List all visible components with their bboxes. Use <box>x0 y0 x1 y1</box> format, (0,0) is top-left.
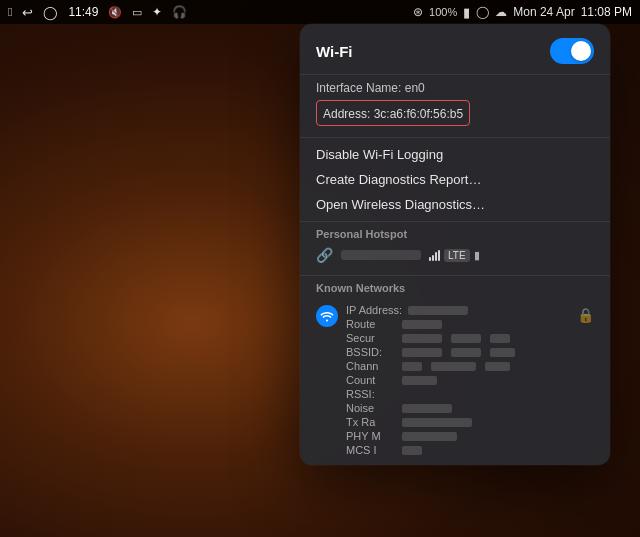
channel-row: Chann <box>346 359 569 373</box>
ip-address-row: IP Address: <box>346 303 569 317</box>
battery-percent: 100% <box>429 6 457 18</box>
bssid-value-3 <box>490 348 515 357</box>
channel-value-2 <box>431 362 476 371</box>
route-value <box>402 320 442 329</box>
network-details: IP Address: Route Secur <box>346 303 569 457</box>
address-box: Address: 3c:a6:f6:0f:56:b5 <box>316 100 470 126</box>
country-row: Count <box>346 373 569 387</box>
wifi-menubar-icon[interactable]: ⊛ <box>413 5 423 19</box>
menubar-clock-left: 11:49 <box>68 5 98 19</box>
noise-label: Noise <box>346 402 396 414</box>
undo-icon[interactable]: ↩ <box>22 5 33 20</box>
bssid-label: BSSID: <box>346 346 396 358</box>
mcs-row: MCS I <box>346 443 569 457</box>
ip-value <box>408 306 468 315</box>
battery-icon: ▮ <box>463 5 470 20</box>
bluetooth-icon[interactable]: ✦ <box>152 5 162 19</box>
txrate-row: Tx Ra <box>346 415 569 429</box>
wifi-header: Wi-Fi <box>300 24 610 75</box>
menubar-time: 11:08 PM <box>581 5 632 19</box>
menubar:  ↩ ◯ 11:49 🔇 ▭ ✦ 🎧 ⊛ 100% ▮ ◯ ☁ <box>0 0 640 24</box>
menubar-right: ⊛ 100% ▮ ◯ ☁ Mon 24 Apr 11:08 PM <box>413 5 632 20</box>
noise-value <box>402 404 452 413</box>
security-value-3 <box>490 334 510 343</box>
hotspot-signal: LTE ▮ <box>429 249 480 262</box>
security-value-2 <box>451 334 481 343</box>
known-network-item[interactable]: IP Address: Route Secur <box>300 297 610 461</box>
channel-value-3 <box>485 362 510 371</box>
hotspot-link-icon: 🔗 <box>316 247 333 263</box>
phy-row: PHY M <box>346 429 569 443</box>
hotspot-section: Personal Hotspot 🔗 LTE ▮ <box>300 222 610 276</box>
hotspot-item[interactable]: 🔗 LTE ▮ <box>300 243 610 267</box>
channel-value-1 <box>402 362 422 371</box>
rssi-row: RSSI: <box>346 387 569 401</box>
hotspot-battery-icon: ▮ <box>474 249 480 262</box>
mute-icon[interactable]: 🔇 <box>108 6 122 19</box>
wifi-title: Wi-Fi <box>316 43 353 60</box>
open-wireless-diagnostics-item[interactable]: Open Wireless Diagnostics… <box>300 192 610 217</box>
lte-badge: LTE <box>444 249 470 262</box>
ip-label: IP Address: <box>346 304 402 316</box>
hotspot-name-blur <box>341 250 421 260</box>
menubar-date: Mon 24 Apr <box>513 5 574 19</box>
headphones-icon[interactable]: 🎧 <box>172 5 187 19</box>
signal-bar-3 <box>435 252 437 261</box>
route-row: Route <box>346 317 569 331</box>
channel-label: Chann <box>346 360 396 372</box>
network-wifi-icon <box>316 305 338 327</box>
phy-value <box>402 432 457 441</box>
toggle-knob <box>571 41 591 61</box>
security-value-1 <box>402 334 442 343</box>
desktop:  ↩ ◯ 11:49 🔇 ▭ ✦ 🎧 ⊛ 100% ▮ ◯ ☁ <box>0 0 640 537</box>
mcs-value <box>402 446 422 455</box>
signal-bar-1 <box>429 257 431 261</box>
hotspot-section-header: Personal Hotspot <box>300 222 610 243</box>
user-icon[interactable]: ◯ <box>476 5 489 19</box>
mcs-label: MCS I <box>346 444 396 456</box>
route-label: Route <box>346 318 396 330</box>
interface-name-row: Interface Name: en0 <box>316 79 594 97</box>
bssid-row: BSSID: <box>346 345 569 359</box>
bssid-value-1 <box>402 348 442 357</box>
create-diagnostics-item[interactable]: Create Diagnostics Report… <box>300 167 610 192</box>
apple-icon[interactable]:  <box>8 5 12 19</box>
display-icon[interactable]: ▭ <box>132 6 142 19</box>
menu-items-section: Disable Wi-Fi Logging Create Diagnostics… <box>300 138 610 222</box>
known-networks-header: Known Networks <box>300 276 610 297</box>
signal-bars <box>429 249 440 261</box>
cloud-icon[interactable]: ☁ <box>495 5 507 19</box>
country-label: Count <box>346 374 396 386</box>
signal-bar-4 <box>438 250 440 261</box>
wifi-panel: Wi-Fi Interface Name: en0 Address: 3c:a6… <box>300 24 610 465</box>
network-lock-icon: 🔒 <box>577 303 594 323</box>
timer-icon[interactable]: ◯ <box>43 5 58 20</box>
rssi-label: RSSI: <box>346 388 396 400</box>
security-row: Secur <box>346 331 569 345</box>
address-value: Address: 3c:a6:f6:0f:56:b5 <box>323 107 463 121</box>
disable-wifi-logging-item[interactable]: Disable Wi-Fi Logging <box>300 142 610 167</box>
txrate-label: Tx Ra <box>346 416 396 428</box>
menubar-left:  ↩ ◯ 11:49 🔇 ▭ ✦ 🎧 <box>8 5 187 20</box>
bssid-value-2 <box>451 348 481 357</box>
country-value <box>402 376 437 385</box>
known-networks-section: Known Networks IP Address: <box>300 276 610 465</box>
phy-label: PHY M <box>346 430 396 442</box>
txrate-value <box>402 418 472 427</box>
security-label: Secur <box>346 332 396 344</box>
wifi-toggle[interactable] <box>550 38 594 64</box>
signal-bar-2 <box>432 255 434 261</box>
interface-info-section: Interface Name: en0 Address: 3c:a6:f6:0f… <box>300 75 610 138</box>
noise-row: Noise <box>346 401 569 415</box>
